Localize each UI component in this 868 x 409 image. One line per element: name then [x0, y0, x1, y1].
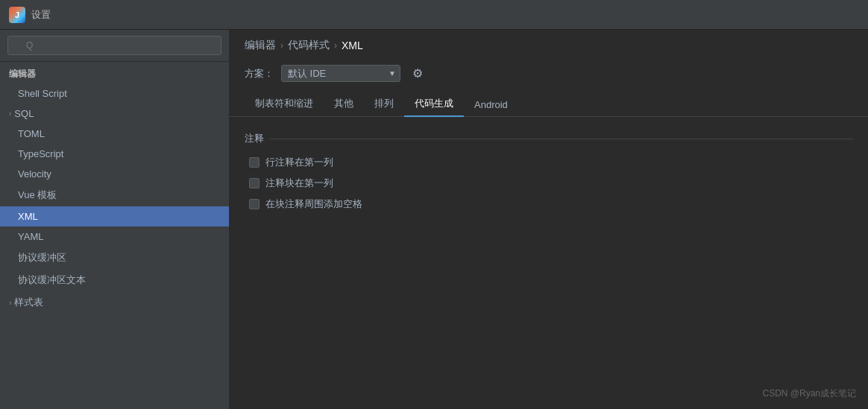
sidebar-item-xml[interactable]: XML [0, 206, 229, 226]
checkbox-item-2: 注释块在第一列 [245, 177, 853, 190]
gear-button[interactable]: ⚙ [408, 64, 427, 83]
checkbox-label-3[interactable]: 在块注释周围添加空格 [265, 197, 362, 211]
checkbox-label-2[interactable]: 注释块在第一列 [265, 177, 333, 190]
titlebar-title: 设置 [31, 8, 51, 22]
scheme-select[interactable]: 默认 IDE 项目 [281, 65, 400, 82]
scheme-row: 方案： 默认 IDE 项目 ▼ ⚙ [230, 60, 868, 92]
sidebar: 🔍 编辑器 Shell Script › SQL TOML TypeScript… [0, 30, 230, 409]
footer-watermark: CSDN @Ryan成长笔记 [762, 387, 856, 400]
scheme-label: 方案： [245, 67, 274, 80]
sidebar-item-protocol-buffer-text[interactable]: 协议缓冲区文本 [0, 269, 229, 291]
sidebar-item-style-sheet-label: 样式表 [14, 296, 43, 309]
checkbox-item-3: 在块注释周围添加空格 [245, 197, 853, 211]
search-input[interactable] [7, 36, 221, 55]
sidebar-section-header: 编辑器 [0, 62, 229, 83]
sidebar-item-sql-label: SQL [14, 108, 34, 119]
titlebar: J 设置 [0, 0, 868, 30]
sidebar-item-style-sheet[interactable]: › 样式表 [0, 291, 229, 314]
tab-android[interactable]: Android [464, 94, 518, 117]
scheme-select-wrapper: 默认 IDE 项目 ▼ [281, 65, 400, 82]
chevron-right-icon-2: › [9, 299, 11, 307]
breadcrumb-part-2: 代码样式 [288, 39, 330, 52]
sidebar-item-protocol-buffer[interactable]: 协议缓冲区 [0, 247, 229, 269]
tab-arrangement[interactable]: 排列 [364, 92, 404, 117]
checkbox-item-1: 行注释在第一列 [245, 156, 853, 169]
tabs: 制表符和缩进 其他 排列 代码生成 Android [230, 92, 868, 117]
search-wrapper: 🔍 [7, 36, 221, 55]
breadcrumb-sep-2: › [334, 40, 337, 51]
tab-codegen[interactable]: 代码生成 [404, 92, 464, 117]
breadcrumb-part-1: 编辑器 [245, 39, 276, 52]
content-area: 编辑器 › 代码样式 › XML 方案： 默认 IDE 项目 ▼ ⚙ 制表符和缩… [230, 30, 868, 409]
sidebar-item-yaml[interactable]: YAML [0, 226, 229, 247]
sidebar-list: 编辑器 Shell Script › SQL TOML TypeScript V… [0, 62, 229, 409]
main-layout: 🔍 编辑器 Shell Script › SQL TOML TypeScript… [0, 30, 868, 409]
section-title: 注释 [245, 132, 853, 145]
checkbox-block-comment-space[interactable] [249, 199, 260, 209]
breadcrumb-sep-1: › [280, 40, 283, 51]
sidebar-item-typescript[interactable]: TypeScript [0, 144, 229, 164]
breadcrumb-current: XML [342, 39, 363, 51]
sidebar-item-sql[interactable]: › SQL [0, 104, 229, 124]
sidebar-item-toml[interactable]: TOML [0, 124, 229, 144]
sidebar-item-vue[interactable]: Vue 模板 [0, 184, 229, 206]
checkbox-label-1[interactable]: 行注释在第一列 [265, 156, 333, 169]
content-body: 注释 行注释在第一列 注释块在第一列 在块注释周围添加空格 [230, 117, 868, 409]
chevron-right-icon: › [9, 110, 11, 118]
breadcrumb: 编辑器 › 代码样式 › XML [230, 30, 868, 60]
tab-indents[interactable]: 制表符和缩进 [245, 92, 324, 117]
tab-other[interactable]: 其他 [324, 92, 364, 117]
checkbox-line-comment[interactable] [249, 157, 260, 168]
search-box: 🔍 [0, 30, 229, 62]
checkbox-block-comment[interactable] [249, 178, 260, 188]
sidebar-item-shell-script[interactable]: Shell Script [0, 83, 229, 104]
sidebar-item-velocity[interactable]: Velocity [0, 164, 229, 184]
app-icon: J [9, 7, 25, 23]
